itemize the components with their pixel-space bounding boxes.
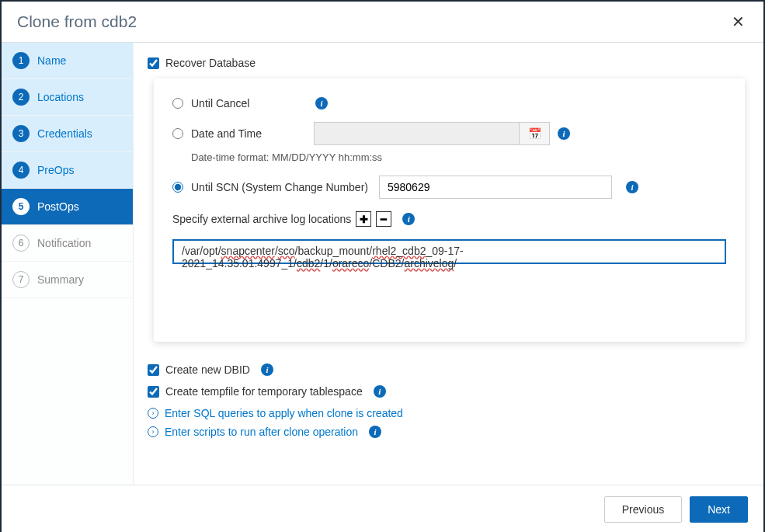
sql-queries-link[interactable]: › Enter SQL queries to apply when clone … (148, 407, 745, 419)
info-icon[interactable]: i (315, 97, 328, 110)
step-name[interactable]: 1 Name (2, 43, 133, 79)
until-cancel-row[interactable]: Until Cancel i (172, 97, 726, 110)
step-number: 5 (12, 198, 30, 215)
step-label: Credentials (37, 127, 92, 140)
step-number: 7 (12, 271, 30, 288)
step-label: PostOps (37, 200, 79, 213)
add-location-button[interactable]: ✚ (356, 211, 371, 227)
step-notification: 6 Notification (2, 225, 133, 262)
close-button[interactable]: ✕ (728, 12, 748, 31)
step-label: Locations (37, 91, 84, 103)
info-icon[interactable]: i (369, 426, 381, 438)
date-time-label: Date and Time (191, 127, 308, 140)
archive-locations-label: Specify external archive log locations (172, 213, 351, 225)
info-icon[interactable]: i (626, 181, 638, 193)
date-time-input (314, 122, 520, 145)
step-preops[interactable]: 4 PreOps (2, 152, 133, 189)
date-format-hint: Date-time format: MM/DD/YYYY hh:mm:ss (191, 151, 726, 163)
recover-options-card: Until Cancel i Date and Time 📅 i Date-ti… (154, 78, 745, 342)
step-number: 2 (12, 89, 30, 106)
modal-body: 1 Name 2 Locations 3 Credentials 4 PreOp… (2, 43, 763, 485)
step-number: 3 (12, 125, 30, 142)
archive-path-input[interactable]: /var/opt/snapcenter/sco/backup_mount/rhe… (172, 239, 726, 264)
calendar-icon: 📅 (528, 127, 541, 140)
tempfile-label: Create tempfile for temporary tablespace (165, 385, 363, 398)
step-number: 1 (12, 52, 30, 69)
chevron-right-icon: › (148, 408, 158, 419)
recover-database-checkbox[interactable] (148, 57, 159, 69)
next-button[interactable]: Next (690, 496, 748, 523)
info-icon[interactable]: i (374, 385, 386, 398)
scripts-label: Enter scripts to run after clone operati… (165, 426, 358, 438)
info-icon[interactable]: i (558, 127, 570, 140)
remove-location-button[interactable]: ━ (376, 211, 391, 227)
step-postops[interactable]: 5 PostOps (2, 189, 133, 225)
modal-title: Clone from cdb2 (17, 12, 137, 31)
step-number: 4 (12, 162, 30, 179)
recover-database-checkbox-row[interactable]: Recover Database (148, 57, 745, 69)
until-scn-radio[interactable] (172, 182, 183, 193)
sql-queries-label: Enter SQL queries to apply when clone is… (165, 407, 403, 419)
new-dbid-label: Create new DBID (165, 363, 250, 376)
info-icon[interactable]: i (261, 363, 273, 376)
until-cancel-radio[interactable] (172, 98, 183, 109)
chevron-right-icon: › (148, 426, 158, 437)
archive-locations-row: Specify external archive log locations ✚… (172, 211, 726, 227)
until-cancel-label: Until Cancel (191, 97, 308, 110)
scripts-link[interactable]: › Enter scripts to run after clone opera… (148, 426, 745, 438)
step-credentials[interactable]: 3 Credentials (2, 116, 133, 152)
step-label: Name (37, 54, 66, 67)
modal-footer: Previous Next (2, 485, 763, 532)
wizard-content: Recover Database Until Cancel i Date and… (134, 43, 763, 485)
new-dbid-row[interactable]: Create new DBID i (148, 363, 745, 376)
date-time-radio[interactable] (172, 128, 183, 139)
step-label: Notification (37, 237, 91, 249)
scn-input[interactable] (379, 176, 612, 199)
info-icon[interactable]: i (402, 213, 415, 225)
wizard-sidebar: 1 Name 2 Locations 3 Credentials 4 PreOp… (2, 43, 134, 485)
step-number: 6 (12, 235, 30, 252)
tempfile-checkbox[interactable] (148, 386, 159, 398)
until-scn-row[interactable]: Until SCN (System Change Number) i (172, 176, 726, 199)
step-label: PreOps (37, 164, 74, 176)
tempfile-row[interactable]: Create tempfile for temporary tablespace… (148, 385, 745, 398)
step-locations[interactable]: 2 Locations (2, 79, 133, 116)
date-time-row[interactable]: Date and Time 📅 i (172, 122, 726, 145)
step-summary: 7 Summary (2, 262, 133, 298)
new-dbid-checkbox[interactable] (148, 364, 159, 376)
previous-button[interactable]: Previous (604, 496, 682, 523)
until-scn-label: Until SCN (System Change Number) (191, 181, 368, 193)
modal-header: Clone from cdb2 ✕ (2, 2, 763, 43)
clone-wizard-modal: Clone from cdb2 ✕ 1 Name 2 Locations 3 C… (2, 2, 763, 532)
step-label: Summary (37, 273, 84, 286)
calendar-button[interactable]: 📅 (519, 122, 550, 145)
recover-database-label: Recover Database (165, 57, 256, 69)
